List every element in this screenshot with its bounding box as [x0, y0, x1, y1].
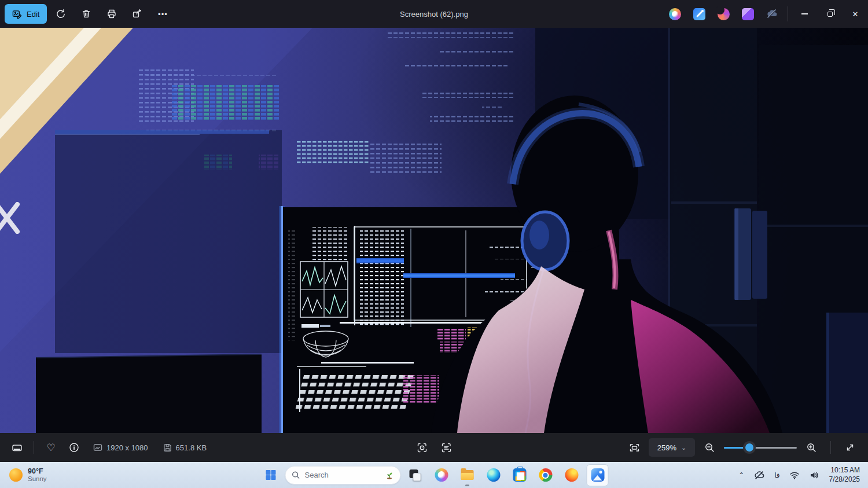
search-highlight-sprout-icon	[385, 470, 395, 480]
clipchamp-icon	[742, 8, 754, 20]
ai-edit-button[interactable]	[687, 2, 711, 25]
toolbar-left: Edit •••	[0, 3, 174, 24]
statusbar: ♡ 1920 x 1080 651.8 KB	[0, 433, 868, 462]
chevron-down-icon: ⌄	[681, 444, 686, 452]
onedrive-status-button[interactable]	[749, 464, 769, 486]
zoom-level-dropdown[interactable]: 259% ⌄	[649, 438, 695, 457]
more-options-button[interactable]: •••	[151, 3, 174, 24]
fullscreen-button[interactable]	[839, 438, 861, 457]
toolbar-right: ✕	[663, 2, 868, 25]
share-button[interactable]	[126, 3, 149, 24]
taskbar-search[interactable]	[285, 466, 401, 485]
titlebar: Edit ••• Screenshot (62).png	[0, 0, 868, 28]
close-icon: ✕	[852, 10, 859, 19]
running-indicator	[465, 485, 469, 486]
windows-logo-icon	[266, 470, 275, 480]
photos-app-button[interactable]	[586, 464, 609, 487]
chevron-up-icon: ⌃	[738, 471, 744, 479]
designer-icon	[718, 8, 730, 20]
clock-widget[interactable]: 10:15 AM 7/28/2025	[825, 464, 865, 486]
cloud-off-icon	[766, 8, 778, 20]
edge-button[interactable]	[482, 464, 505, 487]
chrome-button[interactable]	[534, 464, 557, 487]
copilot-button[interactable]	[663, 2, 687, 25]
delete-button[interactable]	[75, 3, 98, 24]
heart-icon: ♡	[46, 442, 55, 454]
rotate-button[interactable]	[49, 3, 72, 24]
file-size: 651.8 KB	[163, 443, 207, 452]
close-button[interactable]: ✕	[843, 2, 868, 25]
rotate-icon	[56, 9, 66, 19]
taskbar-center	[259, 464, 609, 487]
weather-text: 90°F Sunny	[28, 467, 47, 483]
zoom-slider[interactable]	[724, 443, 797, 452]
volume-button[interactable]	[805, 464, 823, 486]
minimize-button[interactable]	[792, 2, 817, 25]
image-dimensions-value: 1920 x 1080	[106, 443, 148, 452]
favorite-button[interactable]: ♡	[40, 438, 62, 457]
text-actions-button[interactable]	[435, 438, 457, 457]
photo-canvas[interactable]	[0, 28, 868, 433]
edit-button[interactable]: Edit	[5, 4, 47, 24]
taskbar-copilot-button[interactable]	[430, 464, 453, 487]
zoom-controls: 259% ⌄	[623, 438, 868, 457]
zoom-in-icon	[806, 442, 817, 453]
start-button[interactable]	[259, 464, 282, 487]
more-options-glyph: •••	[158, 10, 168, 19]
clipchamp-button[interactable]	[735, 2, 760, 25]
speaker-icon	[809, 470, 819, 480]
tray-date: 7/28/2025	[829, 475, 860, 485]
share-icon	[132, 9, 142, 19]
tray-time: 10:15 AM	[830, 466, 860, 475]
zoom-slider-thumb[interactable]	[745, 443, 753, 452]
network-button[interactable]	[785, 464, 804, 486]
photo-dim-monitor	[36, 354, 262, 433]
trash-icon	[81, 9, 91, 19]
photo-artwork	[0, 28, 868, 433]
zoom-out-icon	[704, 442, 715, 453]
edit-button-label: Edit	[27, 10, 39, 19]
edit-image-icon	[12, 9, 22, 19]
fit-to-window-icon	[629, 442, 640, 453]
visual-search-icon	[417, 442, 428, 453]
statusbar-left: ♡ 1920 x 1080 651.8 KB	[0, 438, 214, 457]
active-app-highlight	[587, 464, 609, 486]
ai-edit-icon	[693, 8, 705, 20]
language-indicator[interactable]: فا	[770, 464, 784, 486]
tray-overflow-button[interactable]: ⌃	[734, 464, 748, 486]
file-explorer-icon	[461, 470, 474, 480]
file-info-button[interactable]	[63, 438, 85, 457]
designer-button[interactable]	[711, 2, 735, 25]
zoom-out-button[interactable]	[698, 438, 720, 457]
firefox-button[interactable]	[560, 464, 583, 487]
chrome-icon	[539, 468, 552, 482]
sun-icon	[9, 468, 23, 482]
weather-widget[interactable]: 90°F Sunny	[5, 464, 52, 487]
copilot-icon	[669, 8, 681, 20]
filmstrip-toggle-button[interactable]	[6, 438, 28, 457]
search-input[interactable]	[305, 471, 373, 479]
filmstrip-icon	[12, 442, 23, 453]
fit-to-window-button[interactable]	[623, 438, 645, 457]
microsoft-store-button[interactable]	[508, 464, 531, 487]
zoom-divider	[830, 441, 831, 454]
printer-icon	[106, 9, 117, 19]
task-view-button[interactable]	[404, 464, 427, 487]
restore-button[interactable]	[817, 2, 843, 25]
weather-temp: 90°F	[28, 467, 43, 475]
photos-icon	[591, 468, 604, 482]
firefox-icon	[565, 468, 578, 482]
search-icon	[292, 471, 300, 479]
titlebar-divider	[788, 6, 788, 21]
taskbar: 90°F Sunny	[0, 462, 868, 488]
visual-search-button[interactable]	[411, 438, 433, 457]
text-actions-icon	[441, 442, 452, 453]
weather-condition: Sunny	[28, 475, 47, 483]
file-explorer-button[interactable]	[456, 464, 479, 487]
cloud-sync-off-button[interactable]	[760, 2, 784, 25]
print-button[interactable]	[100, 3, 123, 24]
zoom-in-button[interactable]	[800, 438, 822, 457]
minimize-icon	[801, 13, 808, 14]
language-code: فا	[774, 471, 779, 479]
zoom-level-value: 259%	[657, 443, 676, 452]
